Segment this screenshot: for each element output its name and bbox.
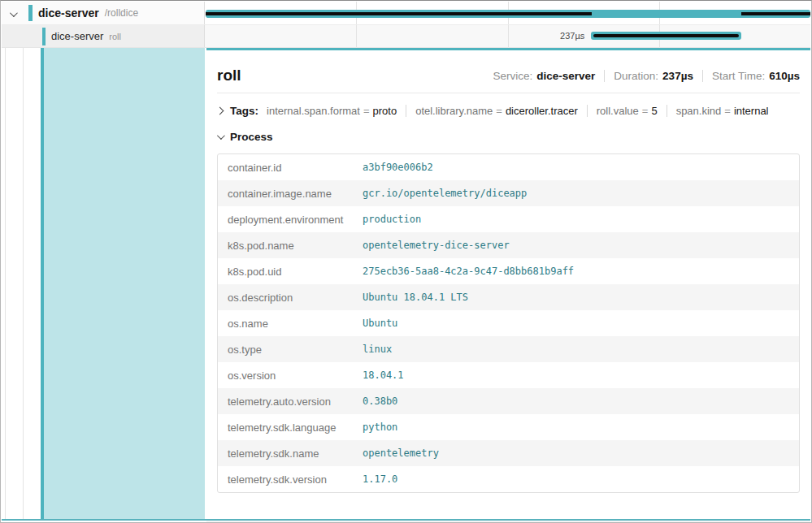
process-accordion-toggle[interactable]: Process [206,117,810,143]
process-key: telemetry.sdk.version [218,473,363,486]
grid-line [356,25,357,47]
meta-label: Duration: [614,70,658,82]
process-value: 0.38b0 [363,395,397,407]
process-table-row: k8s.pod.uid275ecb36-5aa8-4c2a-9c47-d8bb6… [218,258,799,284]
meta-label: Service: [493,70,532,82]
process-key: telemetry.sdk.name [218,447,363,460]
span-bar-stripe [593,34,739,37]
process-table-row: container.image.namegcr.io/opentelemetry… [218,180,799,206]
meta-value: dice-server [536,70,595,82]
process-table-row: os.descriptionUbuntu 18.04.1 LTS [218,284,799,310]
span-row-rolldice: dice-server /rolldice [2,2,810,25]
tag-value: proto [373,105,397,117]
tag-separator [667,105,667,117]
process-value: python [363,421,397,433]
process-key: container.image.name [218,188,363,200]
tags-accordion-toggle[interactable]: Tags: internal.span.format=protootel.lib… [206,93,810,117]
tag-equals: = [363,105,370,117]
span-timeline-cell-roll: 237µs [205,25,810,47]
meta-separator [702,70,703,82]
process-key: os.description [218,292,363,304]
timeline-scroll-rail[interactable] [2,519,810,521]
tag-key: otel.library.name [415,105,493,117]
process-key: k8s.pod.name [218,240,363,252]
tag-value: diceroller.tracer [506,105,578,117]
tag-equals: = [642,105,649,117]
process-value: production [363,214,421,225]
process-key: telemetry.auto.version [218,395,363,408]
tag-key: roll.value [597,105,639,117]
process-value: 18.04.1 [363,370,404,381]
tag-separator [406,105,406,117]
process-key: k8s.pod.uid [218,266,363,278]
span-meta: Service:dice-serverDuration:237µsStart T… [493,70,800,82]
parent-span-bar[interactable] [206,10,810,18]
process-key: os.name [218,318,363,330]
indent-guide-line [5,48,6,519]
span-detail-panel: roll Service:dice-serverDuration:237µsSt… [206,48,810,520]
tag-key: span.kind [676,105,722,117]
meta-separator [604,70,605,82]
process-value: gcr.io/opentelemetry/diceapp [363,188,527,199]
meta-value: 610µs [769,70,800,82]
process-key: deployment.environment [218,214,363,226]
process-table-row: telemetry.sdk.languagepython [218,414,799,440]
service-color-bar [42,28,46,45]
operation-name: /rolldice [105,7,138,19]
process-value: linux [363,344,392,355]
process-table-row: os.typelinux [218,336,799,362]
chevron-down-icon [10,9,18,17]
tag-equals: = [496,105,502,117]
grid-line [508,25,509,47]
process-table-row: os.nameUbuntu [218,310,799,336]
process-table-row: k8s.pod.nameopentelemetry-dice-server [218,232,799,258]
child-time-overlay [206,12,592,15]
process-key: os.version [218,370,363,382]
span-timeline-cell-rolldice [205,2,810,24]
trace-body: roll Service:dice-serverDuration:237µsSt… [2,48,810,521]
tag-value: 5 [651,105,657,117]
service-name: dice-server [51,30,103,42]
process-value: opentelemetry-dice-server [363,240,510,251]
process-table-row: telemetry.sdk.nameopentelemetry [218,440,799,466]
process-label: Process [230,131,273,143]
span-name-cell-rolldice[interactable]: dice-server /rolldice [2,2,205,24]
process-key: telemetry.sdk.language [218,421,363,434]
process-key: os.type [218,344,363,356]
process-table-row: telemetry.sdk.version1.17.0 [218,466,799,492]
tag-key: internal.span.format [267,105,360,117]
service-color-bar [41,48,44,519]
span-duration-label: 237µs [560,31,584,41]
process-value: opentelemetry [363,447,439,459]
tag-equals: = [724,105,731,117]
service-name: dice-server [38,6,99,19]
process-value: a3bf90e006b2 [363,162,433,173]
span-detail-header: roll Service:dice-serverDuration:237µsSt… [206,50,810,93]
chevron-right-icon [216,107,224,115]
child-span-bar[interactable] [591,32,741,40]
span-name-cell-roll[interactable]: dice-server roll [2,25,205,47]
process-table: container.ida3bf90e006b2container.image.… [217,153,800,493]
meta-value: 237µs [662,70,693,82]
operation-name: roll [109,32,121,41]
process-table-row: container.ida3bf90e006b2 [218,154,799,180]
chevron-down-icon [217,132,225,140]
span-row-roll: dice-server roll 237µs [2,25,810,48]
process-table-row: telemetry.auto.version0.38b0 [218,388,799,414]
process-key: container.id [218,162,363,174]
process-value: Ubuntu [363,318,397,329]
child-time-overlay [741,12,810,15]
process-table-row: deployment.environmentproduction [218,206,799,232]
span-operation-title: roll [217,67,241,84]
indent-guide-line [23,48,24,519]
jaeger-trace-view: dice-server /rolldice dice-server roll 2… [0,0,812,523]
process-value: 275ecb36-5aa8-4c2a-9c47-d8bb681b9aff [363,266,574,277]
process-table-row: os.version18.04.1 [218,362,799,388]
tag-value: internal [734,105,769,117]
tags-label: Tags: [230,105,258,117]
process-value: 1.17.0 [363,473,397,485]
tags-summary-list: internal.span.format=protootel.library.n… [267,105,769,117]
process-value: Ubuntu 18.04.1 LTS [363,292,468,303]
tag-separator [587,105,588,117]
collapse-toggle[interactable] [10,6,21,20]
